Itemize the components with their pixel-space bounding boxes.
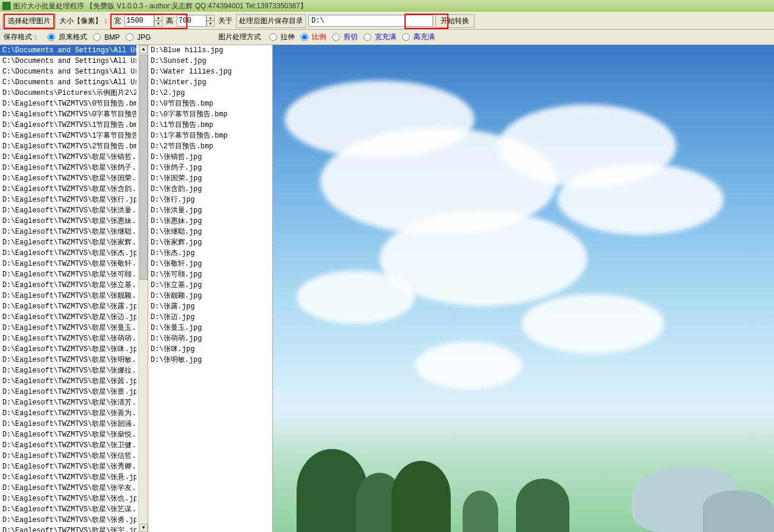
width-down[interactable]: ▼ xyxy=(154,21,163,27)
list-item[interactable]: D:\1节目预告.bmp xyxy=(148,120,272,130)
scroll-up-icon[interactable]: ▲ xyxy=(139,45,148,53)
list-item[interactable]: D:\张含韵.jpg xyxy=(148,184,272,195)
output-file-list[interactable]: D:\Blue hills.jpgD:\Sunset.jpgD:\Water l… xyxy=(148,45,273,532)
process-stretch-radio[interactable] xyxy=(269,33,277,41)
list-item[interactable]: D:\Eaglesoft\TWZMTVS\歌星\张曼玉.jpg xyxy=(0,323,136,333)
about-label[interactable]: 关于 xyxy=(217,16,234,26)
list-item[interactable]: D:\Eaglesoft\TWZMTVS\歌星\张勇.jpg xyxy=(0,515,136,525)
list-item[interactable]: D:\Winter.jpg xyxy=(148,77,272,88)
list-item[interactable]: D:\张杰.jpg xyxy=(148,248,272,259)
list-item[interactable]: D:\2.jpg xyxy=(148,88,272,98)
list-item[interactable]: D:\张敬轩.jpg xyxy=(148,259,272,269)
list-item[interactable]: D:\张行.jpg xyxy=(148,195,272,205)
list-item[interactable]: D:\Eaglesoft\TWZMTVS\歌星\张清芳.jpg xyxy=(0,397,136,408)
height-up[interactable]: ▲ xyxy=(206,15,215,21)
list-item[interactable]: D:\张靓颖.jpg xyxy=(148,291,272,301)
list-item[interactable]: D:\Eaglesoft\TWZMTVS\歌星\张敬轩.jpg xyxy=(0,259,136,269)
list-item[interactable]: D:\Eaglesoft\TWZMTVS\歌星\张学友.jpg xyxy=(0,483,136,493)
list-item[interactable]: D:\张洪量.jpg xyxy=(148,205,272,216)
list-item[interactable]: D:\张萌萌.jpg xyxy=(148,333,272,344)
list-item[interactable]: D:\Documents\Pictures\示例图片2\2.jpg xyxy=(0,88,136,98)
list-item[interactable]: D:\Eaglesoft\TWZMTVS\歌星\张继聪.jpg xyxy=(0,227,136,237)
list-item[interactable]: D:\Eaglesoft\TWZMTVS\歌星\张韶涵.jpg xyxy=(0,419,136,429)
save-dir-label[interactable]: 处理后图片保存目录 xyxy=(236,14,306,28)
list-item[interactable]: D:\Eaglesoft\TWZMTVS\歌星\张明敏.jpg xyxy=(0,355,136,365)
list-item[interactable]: D:\张曼玉.jpg xyxy=(148,323,272,333)
list-item[interactable]: D:\Water lilies.jpg xyxy=(148,66,272,77)
list-item[interactable]: D:\张露.jpg xyxy=(148,301,272,312)
list-item[interactable]: D:\Eaglesoft\TWZMTVS\歌星\张娜拉.jpg xyxy=(0,365,136,376)
list-item[interactable]: D:\张家辉.jpg xyxy=(148,237,272,248)
scroll-thumb[interactable] xyxy=(139,55,148,280)
process-ratio-radio[interactable] xyxy=(301,33,308,41)
list-item[interactable]: D:\Eaglesoft\TWZMTVS\歌星\张萌萌.jpg xyxy=(0,333,136,344)
list-item[interactable]: D:\张惠妹.jpg xyxy=(148,216,272,227)
list-item[interactable]: D:\Eaglesoft\TWZMTVS\歌星\张洪量.jpg xyxy=(0,205,136,216)
width-spinner[interactable]: ▲▼ xyxy=(125,15,163,27)
list-item[interactable]: D:\2节目预告.bmp xyxy=(148,141,272,152)
list-item[interactable]: D:\Eaglesoft\TWZMTVS\歌星\张蔷.jpg xyxy=(0,387,136,397)
list-item[interactable]: D:\张国荣.jpg xyxy=(148,173,272,184)
list-item[interactable]: D:\Eaglesoft\TWZMTVS\歌星\张露.jpg xyxy=(0,301,136,312)
list-item[interactable]: D:\Sunset.jpg xyxy=(148,56,272,66)
list-item[interactable]: D:\Eaglesoft\TWZMTVS\歌星\张茜.jpg xyxy=(0,376,136,387)
list-item[interactable]: C:\Documents and Settings\All Users.WINI xyxy=(0,45,136,56)
list-item[interactable]: C:\Documents and Settings\All Users.WINI xyxy=(0,56,136,66)
scroll-down-icon[interactable]: ▼ xyxy=(139,524,148,532)
list-item[interactable]: D:\Eaglesoft\TWZMTVS\1节目预告.bmp xyxy=(0,120,136,130)
list-item[interactable]: D:\0字幕节目预告.bmp xyxy=(148,109,272,120)
list-item[interactable]: D:\Eaglesoft\TWZMTVS\歌星\张宇.jpg xyxy=(0,525,136,532)
height-down[interactable]: ▼ xyxy=(206,21,215,27)
select-images-button[interactable]: 选择处理图片 xyxy=(2,14,56,28)
list-item[interactable]: D:\Eaglesoft\TWZMTVS\歌星\张也.jpg xyxy=(0,493,136,504)
process-widthfill-radio[interactable] xyxy=(364,33,371,41)
list-item[interactable]: D:\Eaglesoft\TWZMTVS\歌星\张家辉.jpg xyxy=(0,237,136,248)
list-item[interactable]: D:\张鸽子.jpg xyxy=(148,163,272,173)
width-up[interactable]: ▲ xyxy=(154,15,163,21)
save-dir-input[interactable] xyxy=(308,15,433,27)
list-item[interactable]: D:\Eaglesoft\TWZMTVS\歌星\张善为.jpg xyxy=(0,408,136,419)
list-item[interactable]: C:\Documents and Settings\All Users.WINI xyxy=(0,66,136,77)
height-spinner[interactable]: ▲▼ xyxy=(177,15,215,27)
list-item[interactable]: D:\Eaglesoft\TWZMTVS\歌星\张燊悦.jpg xyxy=(0,429,136,440)
format-original-radio[interactable] xyxy=(47,33,55,41)
list-item[interactable]: D:\张立基.jpg xyxy=(148,280,272,291)
process-heightfill-radio[interactable] xyxy=(402,33,410,41)
list-item[interactable]: D:\张镐哲.jpg xyxy=(148,152,272,163)
list-item[interactable]: D:\0节目预告.bmp xyxy=(148,98,272,109)
list-item[interactable]: D:\张可颐.jpg xyxy=(148,269,272,280)
list-item[interactable]: D:\Eaglesoft\TWZMTVS\歌星\张国荣.jpg xyxy=(0,173,136,184)
list-item[interactable]: D:\张继聪.jpg xyxy=(148,227,272,237)
left-scrollbar[interactable]: ▲ ▼ xyxy=(138,45,148,532)
list-item[interactable]: D:\Eaglesoft\TWZMTVS\歌星\张信哲.jpg xyxy=(0,451,136,461)
list-item[interactable]: C:\Documents and Settings\All Users.WINI xyxy=(0,77,136,88)
list-item[interactable]: D:\张迈.jpg xyxy=(148,312,272,323)
list-item[interactable]: D:\张咪.jpg xyxy=(148,344,272,355)
list-item[interactable]: D:\Eaglesoft\TWZMTVS\0节目预告.bmp xyxy=(0,98,136,109)
list-item[interactable]: D:\Eaglesoft\TWZMTVS\0字幕节目预告.bmp xyxy=(0,109,136,120)
list-item[interactable]: D:\Eaglesoft\TWZMTVS\歌星\张鸽子.jpg xyxy=(0,163,136,173)
list-item[interactable]: D:\Eaglesoft\TWZMTVS\歌星\张杰.jpg xyxy=(0,248,136,259)
process-crop-radio[interactable] xyxy=(332,33,340,41)
list-item[interactable]: D:\Eaglesoft\TWZMTVS\歌星\张悬.jpg xyxy=(0,472,136,483)
list-item[interactable]: D:\Eaglesoft\TWZMTVS\歌星\张咪.jpg xyxy=(0,344,136,355)
list-item[interactable]: D:\Eaglesoft\TWZMTVS\2节目预告.bmp xyxy=(0,141,136,152)
list-item[interactable]: D:\Blue hills.jpg xyxy=(148,45,272,56)
format-bmp-radio[interactable] xyxy=(93,33,101,41)
start-convert-button[interactable]: 开始转换 xyxy=(435,14,474,28)
height-input[interactable] xyxy=(177,15,206,27)
list-item[interactable]: D:\Eaglesoft\TWZMTVS\歌星\张卫健.jpg xyxy=(0,440,136,451)
list-item[interactable]: D:\Eaglesoft\TWZMTVS\歌星\张立基.jpg xyxy=(0,280,136,291)
list-item[interactable]: D:\Eaglesoft\TWZMTVS\歌星\张可颐.jpg xyxy=(0,269,136,280)
width-input[interactable] xyxy=(125,15,154,27)
list-item[interactable]: D:\张明敏.jpg xyxy=(148,355,272,365)
list-item[interactable]: D:\Eaglesoft\TWZMTVS\歌星\张行.jpg xyxy=(0,195,136,205)
format-jpg-radio[interactable] xyxy=(126,33,133,41)
list-item[interactable]: D:\Eaglesoft\TWZMTVS\歌星\张秀卿.jpg xyxy=(0,461,136,472)
list-item[interactable]: D:\Eaglesoft\TWZMTVS\歌星\张艺谋.jpg xyxy=(0,504,136,515)
list-item[interactable]: D:\Eaglesoft\TWZMTVS\歌星\张惠妹.jpg xyxy=(0,216,136,227)
source-file-list[interactable]: C:\Documents and Settings\All Users.WINI… xyxy=(0,45,148,532)
list-item[interactable]: D:\Eaglesoft\TWZMTVS\歌星\张靓颖.jpg xyxy=(0,291,136,301)
list-item[interactable]: D:\Eaglesoft\TWZMTVS\歌星\张镐哲.jpg xyxy=(0,152,136,163)
list-item[interactable]: D:\1字幕节目预告.bmp xyxy=(148,130,272,141)
